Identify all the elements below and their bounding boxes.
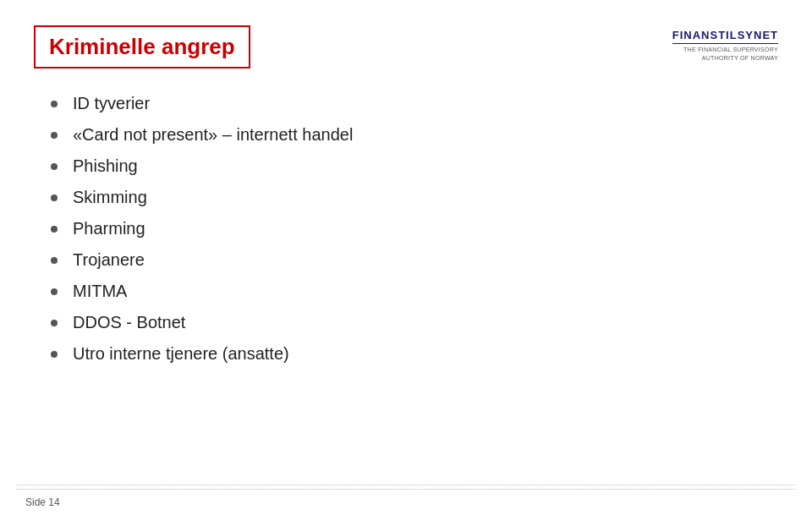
bullet-dot <box>51 163 58 170</box>
title-box: Kriminelle angrep <box>34 25 250 68</box>
list-item: Pharming <box>51 219 761 238</box>
bullet-dot <box>51 132 58 139</box>
logo-sub-line1: THE FINANCIAL SUPERVISORY <box>683 46 778 54</box>
list-item: DDOS - Botnet <box>51 313 761 332</box>
header: Kriminelle angrep FINANSTILSYNET THE FIN… <box>0 0 812 68</box>
bullet-dot <box>51 320 58 326</box>
list-item-text: ID tyverier <box>73 94 150 113</box>
bullet-dot <box>51 288 58 295</box>
bullet-list: ID tyverier«Card not present» – internet… <box>51 94 761 364</box>
list-item-text: Trojanere <box>73 250 145 270</box>
list-item: Utro interne tjenere (ansatte) <box>51 344 761 364</box>
list-item: Skimming <box>51 188 761 207</box>
list-item: Trojanere <box>51 250 761 270</box>
bullet-dot <box>51 101 58 107</box>
list-item: «Card not present» – internett handel <box>51 125 761 145</box>
bullet-dot <box>51 351 58 358</box>
list-item-text: Pharming <box>73 219 145 238</box>
bullet-dot <box>51 194 58 201</box>
logo-name: FINANSTILSYNET <box>672 29 778 41</box>
logo-sub-line2: AUTHORITY OF NORWAY <box>702 54 778 63</box>
content-section: ID tyverier«Card not present» – internet… <box>0 68 812 392</box>
footer-dots-top <box>17 485 795 485</box>
footer-content: Side 14 <box>0 490 812 515</box>
list-item-text: MITMA <box>73 282 127 301</box>
list-item-text: Utro interne tjenere (ansatte) <box>73 344 289 364</box>
page-number: Side 14 <box>25 496 60 508</box>
bullet-dot <box>51 226 58 233</box>
logo-area: FINANSTILSYNET THE FINANCIAL SUPERVISORY… <box>672 25 778 63</box>
slide-title: Kriminelle angrep <box>49 34 235 59</box>
footer-area: Side 14 <box>0 485 812 515</box>
bullet-dot <box>51 257 58 264</box>
list-item: ID tyverier <box>51 94 761 113</box>
slide: Kriminelle angrep FINANSTILSYNET THE FIN… <box>0 0 812 515</box>
list-item-text: «Card not present» – internett handel <box>73 125 353 145</box>
list-item-text: Phishing <box>73 156 138 176</box>
list-item: MITMA <box>51 282 761 301</box>
logo-divider <box>672 43 778 44</box>
list-item-text: Skimming <box>73 188 147 207</box>
list-item-text: DDOS - Botnet <box>73 313 185 332</box>
list-item: Phishing <box>51 156 761 176</box>
